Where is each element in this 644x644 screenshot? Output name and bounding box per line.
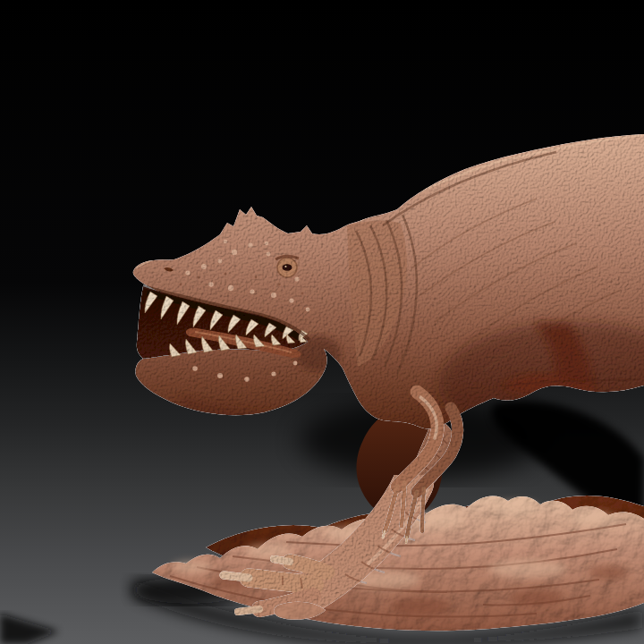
far-claw-tip <box>406 537 407 543</box>
eye <box>283 264 292 271</box>
near-claw-2 <box>402 483 404 526</box>
eye-glint <box>284 266 286 267</box>
toe-upper-claw <box>274 559 290 562</box>
toe-middle-claw <box>224 575 249 578</box>
toe-lower-claw <box>238 609 259 612</box>
trex-clay-render <box>0 0 644 644</box>
far-claw-2 <box>422 488 424 531</box>
render-viewport <box>0 0 644 644</box>
